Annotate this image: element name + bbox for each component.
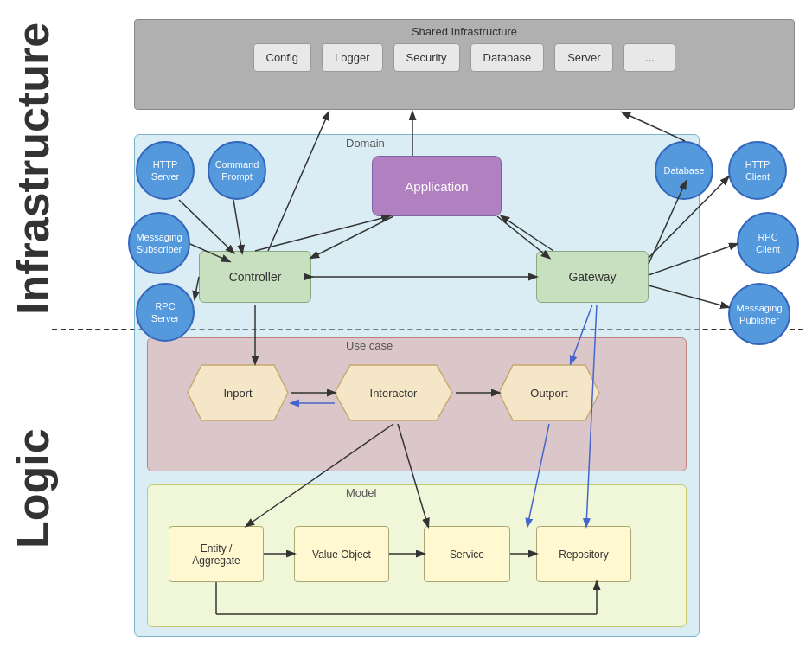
messaging-pub-node: MessagingPublisher (728, 283, 790, 345)
rpc-client-node: RPCClient (737, 212, 799, 274)
entity-box: Entity / Aggregate (169, 526, 264, 582)
http-server-node: HTTPServer (136, 141, 195, 200)
value-object-box: Value Object (294, 526, 389, 582)
infra-server: Server (554, 43, 613, 72)
infra-database: Database (470, 43, 545, 72)
inport-hex: Inport (186, 363, 290, 422)
label-infrastructure: Infrastructure (7, 26, 59, 311)
diagram-container: Infrastructure Logic Shared Infrastructu… (0, 0, 812, 667)
command-prompt-node: CommandPrompt (208, 141, 266, 200)
service-box: Service (424, 526, 510, 582)
usecase-label: Use case (346, 339, 393, 352)
application-box: Application (372, 156, 502, 216)
shared-infra-box: Shared Infrastructure Config Logger Secu… (134, 19, 795, 110)
repository-box: Repository (536, 526, 631, 582)
rpc-server-node: RPCServer (136, 283, 195, 342)
database-node: Database (655, 141, 713, 200)
domain-label: Domain (346, 137, 385, 150)
infra-security: Security (393, 43, 460, 72)
outport-hex: Outport (497, 363, 601, 422)
shared-infra-items: Config Logger Security Database Server .… (135, 43, 794, 72)
controller-box: Controller (199, 251, 311, 303)
model-label: Model (346, 486, 376, 499)
http-client-node: HTTPClient (728, 141, 787, 200)
infra-config: Config (253, 43, 312, 72)
shared-infra-label: Shared Infrastructure (135, 25, 794, 38)
gateway-box: Gateway (536, 251, 649, 303)
messaging-sub-node: MessagingSubscriber (128, 212, 190, 274)
infra-etc: ... (623, 43, 675, 72)
infra-logger: Logger (322, 43, 382, 72)
label-logic: Logic (7, 337, 59, 640)
interactor-hex: Interactor (333, 363, 454, 422)
